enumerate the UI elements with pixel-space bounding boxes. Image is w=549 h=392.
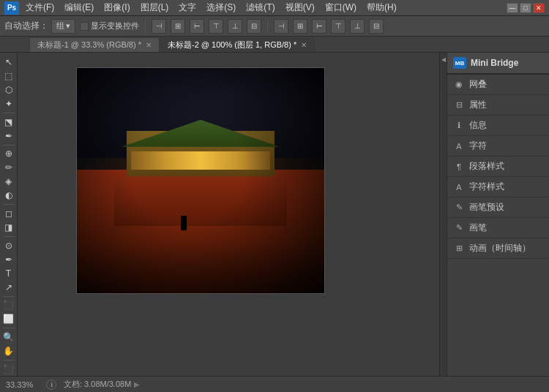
animation-label: 动画（时间轴）: [469, 242, 531, 255]
panel-item-brush[interactable]: ✎ 画笔: [447, 218, 549, 238]
tool-lasso[interactable]: ⬡: [1, 83, 16, 97]
status-doc: 文档: 3.08M/3.08M ▶: [64, 379, 140, 390]
tool-separator-2: [3, 145, 15, 146]
transform-checkbox-group: 显示变换控件: [80, 20, 139, 31]
tool-path-select[interactable]: ↗: [1, 281, 16, 294]
tool-brush[interactable]: ✏: [1, 161, 16, 174]
tool-move[interactable]: ↖: [1, 56, 16, 69]
align-left-icon[interactable]: ⊣: [152, 19, 166, 34]
left-toolbar: ↖ ⬚ ⬡ ✦ ⬔ ✒ ⊕ ✏ ◈ ◐ ◻ ◨ ⊙ ✒ T ↗ ⬛ ⬜ 🔍 ✋ …: [0, 53, 18, 376]
tool-select-group: 自动选择： 组 ▾: [4, 19, 75, 34]
menu-layers[interactable]: 图层(L): [138, 1, 171, 15]
photo-canvas: [77, 68, 324, 293]
properties-icon: ⊟: [453, 99, 465, 111]
brush-preset-icon: ✎: [453, 202, 465, 214]
paragraph-style-icon: ¶: [453, 161, 465, 173]
title-bar: Ps 文件(F) 编辑(E) 图像(I) 图层(L) 文字 选择(S) 滤镜(T…: [0, 0, 549, 16]
tab-close-2[interactable]: ✕: [301, 41, 307, 49]
panel-item-paragraph-style[interactable]: ¶ 段落样式: [447, 157, 549, 177]
distribute-center-icon[interactable]: ⊥: [350, 19, 365, 34]
properties-label: 属性: [469, 99, 487, 111]
animation-icon: ⊞: [453, 243, 465, 255]
mini-bridge-header[interactable]: MB Mini Bridge: [447, 53, 549, 75]
right-column: ◀ MB Mini Bridge ◉ 网叠 ⊟ 属性 ℹ 信息 A: [439, 53, 549, 376]
status-bar: 33.33% ℹ 文档: 3.08M/3.08M ▶: [0, 376, 549, 392]
window-controls: — □ ✕: [507, 3, 545, 13]
menu-text[interactable]: 文字: [176, 1, 198, 15]
tool-eyedropper[interactable]: ✒: [1, 129, 16, 143]
align-bottom-icon[interactable]: ⊟: [247, 19, 261, 34]
distribute-left-icon[interactable]: ⊣: [274, 19, 288, 34]
mini-bridge-title: Mini Bridge: [471, 58, 518, 68]
distribute-right-icon[interactable]: ⊢: [312, 19, 326, 34]
transform-label: 显示变换控件: [91, 20, 139, 31]
info-icon: ℹ: [453, 120, 465, 132]
distribute-bottom-icon[interactable]: ⊟: [369, 19, 384, 34]
align-right-icon[interactable]: ⊢: [190, 19, 204, 34]
panel-item-character[interactable]: A 字符: [447, 136, 549, 157]
tool-3d[interactable]: ⬜: [1, 312, 16, 325]
panel-item-brush-preset[interactable]: ✎ 画笔预设: [447, 197, 549, 218]
menu-select[interactable]: 选择(S): [204, 1, 238, 15]
tool-hand[interactable]: ✋: [1, 344, 16, 358]
panel-item-network[interactable]: ◉ 网叠: [447, 75, 549, 95]
doc-size-label: 文档: 3.08M/3.08M: [64, 379, 131, 390]
main-layout: ↖ ⬚ ⬡ ✦ ⬔ ✒ ⊕ ✏ ◈ ◐ ◻ ◨ ⊙ ✒ T ↗ ⬛ ⬜ 🔍 ✋ …: [0, 53, 549, 376]
info-label: 信息: [469, 119, 487, 132]
align-center-v-icon[interactable]: ⊞: [171, 19, 185, 34]
panel-item-info[interactable]: ℹ 信息: [447, 116, 549, 136]
tool-gradient[interactable]: ◨: [1, 221, 16, 234]
tab-close-1[interactable]: ✕: [146, 41, 152, 49]
options-separator-1: [145, 20, 146, 33]
tool-shape[interactable]: ⬛: [1, 298, 16, 312]
tool-spot-heal[interactable]: ⊕: [1, 147, 16, 160]
canvas-image-container: [76, 67, 325, 294]
tab-untitled-1[interactable]: 未标题-1 @ 33.3% (RGB/8) * ✕: [29, 37, 160, 52]
menu-file[interactable]: 文件(F): [23, 1, 56, 15]
distribute-top-icon[interactable]: ⊤: [331, 19, 346, 34]
tool-magic-wand[interactable]: ✦: [1, 97, 16, 110]
menu-bar: 文件(F) 编辑(E) 图像(I) 图层(L) 文字 选择(S) 滤镜(T) 视…: [23, 1, 399, 15]
tab-untitled-2[interactable]: 未标题-2 @ 100% (图层 1, RGB/8) * ✕: [160, 37, 315, 52]
tool-marquee[interactable]: ⬚: [1, 69, 16, 83]
status-info-icon[interactable]: ℹ: [46, 380, 56, 390]
tool-crop[interactable]: ⬔: [1, 116, 16, 129]
menu-image[interactable]: 图像(I): [102, 1, 132, 15]
right-panel: MB Mini Bridge ◉ 网叠 ⊟ 属性 ℹ 信息 A 字符 ¶: [447, 53, 549, 376]
tool-dropdown[interactable]: 组 ▾: [51, 19, 75, 34]
tool-zoom[interactable]: 🔍: [1, 331, 16, 344]
ps-logo: Ps: [4, 1, 19, 15]
char-style-label: 字符样式: [469, 181, 504, 193]
align-center-h-icon[interactable]: ⊥: [228, 19, 242, 34]
tool-history-brush[interactable]: ◐: [1, 189, 16, 202]
tab-label-2: 未标题-2 @ 100% (图层 1, RGB/8) *: [168, 39, 296, 50]
panel-item-char-style[interactable]: A 字符样式: [447, 177, 549, 197]
menu-help[interactable]: 帮助(H): [365, 1, 399, 15]
tool-eraser[interactable]: ◻: [1, 207, 16, 220]
tool-separator-3: [3, 204, 15, 205]
tool-clone[interactable]: ◈: [1, 175, 16, 188]
tool-pen[interactable]: ✒: [1, 253, 16, 266]
align-top-icon[interactable]: ⊤: [209, 19, 223, 34]
menu-edit[interactable]: 编辑(E): [62, 1, 96, 15]
foreground-color[interactable]: ⬛: [1, 363, 16, 376]
panel-item-properties[interactable]: ⊟ 属性: [447, 95, 549, 116]
minimize-button[interactable]: —: [507, 3, 518, 13]
close-button[interactable]: ✕: [533, 3, 545, 13]
tool-text[interactable]: T: [1, 267, 16, 280]
tab-label-1: 未标题-1 @ 33.3% (RGB/8) *: [37, 39, 141, 50]
tool-dodge[interactable]: ⊙: [1, 239, 16, 252]
panel-collapse-bar[interactable]: ◀: [439, 53, 447, 376]
auto-select-label: 自动选择：: [4, 20, 48, 32]
menu-view[interactable]: 视图(V): [283, 1, 317, 15]
photo-vignette: [77, 68, 324, 293]
brush-icon: ✎: [453, 222, 465, 234]
transform-checkbox[interactable]: [80, 22, 89, 31]
maximize-button[interactable]: □: [520, 3, 531, 13]
distribute-icon[interactable]: ⊞: [293, 19, 307, 34]
menu-filter[interactable]: 滤镜(T): [244, 1, 277, 15]
menu-window[interactable]: 窗口(W): [323, 1, 359, 15]
title-bar-left: Ps 文件(F) 编辑(E) 图像(I) 图层(L) 文字 选择(S) 滤镜(T…: [4, 1, 399, 15]
panel-item-animation[interactable]: ⊞ 动画（时间轴）: [447, 238, 549, 259]
network-label: 网叠: [469, 78, 487, 91]
